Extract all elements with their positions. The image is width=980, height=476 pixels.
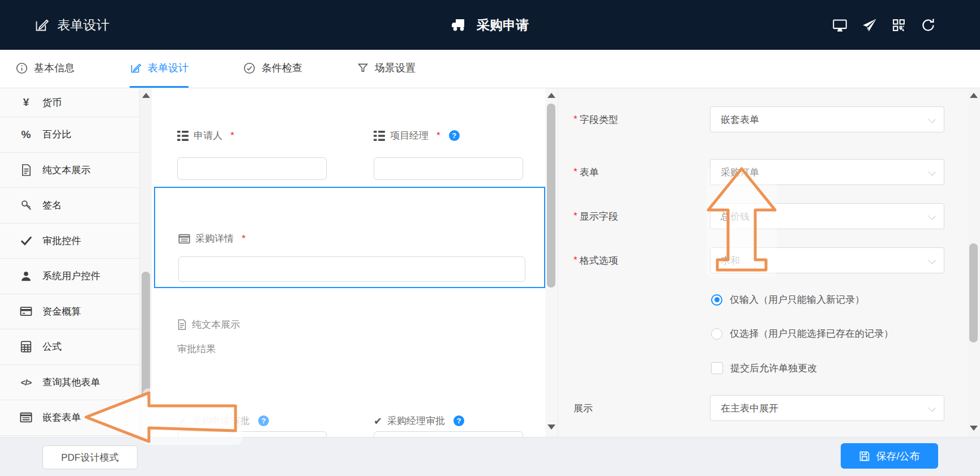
required-mark: * [574,211,577,222]
currency-icon: ¥ [19,96,33,109]
tab-label: 基本信息 [34,61,75,75]
field-purchase-request-approval-label[interactable]: ✔ 采购申请审批 ? [178,414,269,427]
chevron-down-icon [927,404,935,411]
palette-item-nested-form[interactable]: 嵌套表单 [0,400,139,436]
user-icon [19,271,33,282]
palette-label: 查询其他表单 [42,376,100,389]
calculator-icon [19,341,33,353]
footer-bar: PDF设计模式 保存/公布 [0,437,980,476]
form-select[interactable]: 采购订单 [710,159,944,185]
pdf-design-mode-button[interactable]: PDF设计模式 [42,445,138,469]
palette-label: 货币 [42,96,62,109]
checkbox-icon[interactable] [711,362,723,374]
palette-item-approval[interactable]: 审批控件 [0,224,139,259]
scrollbar-thumb[interactable] [969,243,978,342]
required-mark: * [574,166,577,178]
key-icon [19,199,33,211]
field-type-label: * 字段类型 [574,106,618,132]
tab-label: 表单设计 [148,61,189,75]
tab-form-design[interactable]: 表单设计 [130,50,189,88]
code-icon: </> [19,378,33,387]
display-field-label: * 显示字段 [574,203,618,229]
select-value: 求和 [721,254,740,267]
display-field-select[interactable]: 总价钱 [710,203,944,229]
project-manager-input[interactable] [374,157,523,180]
refresh-icon[interactable] [920,17,936,33]
palette-label: 审批控件 [42,234,81,247]
radio-input-only[interactable]: 仅输入（用户只能输入新记录） [711,293,865,306]
applicant-input[interactable] [177,157,327,180]
check-icon: ✔ [178,415,187,427]
palette-item-formula[interactable]: 公式 [0,329,139,365]
chevron-down-icon [927,256,935,264]
scroll-down-icon[interactable] [547,424,555,430]
field-plain-text-label[interactable]: 纯文本展示 [177,318,240,331]
tab-label: 场景设置 [375,61,416,75]
palette-label: 嵌套表单 [42,411,81,424]
palette-item-fund-estimate[interactable]: 资金概算 [0,294,139,330]
palette-item-system-user[interactable]: 系统用户控件 [0,259,139,294]
properties-panel: * 字段类型 嵌套表单 * 表单 采购订单 * 显示字段 总价钱 * 格式选项 [558,88,968,437]
palette-item-currency[interactable]: ¥ 货币 [0,88,139,117]
tab-scene-settings[interactable]: 场景设置 [357,50,416,88]
purchase-manager-approval-input[interactable] [374,431,523,437]
field-palette: ¥ 货币 % 百分比 纯文本展示 签名 [0,88,139,437]
canvas-scrollbar[interactable] [545,88,558,437]
save-label: 保存/公布 [876,449,919,463]
palette-label: 签名 [42,199,62,212]
scrollbar-thumb[interactable] [142,272,150,399]
list-icon [177,131,189,141]
radio-label: 仅选择（用户只能选择已存在的记录） [730,327,893,340]
help-icon[interactable]: ? [258,415,269,426]
list-icon [374,131,385,141]
scroll-up-icon[interactable] [142,93,150,98]
chevron-down-icon [927,212,935,220]
palette-item-signature[interactable]: 签名 [0,188,139,224]
format-option-select[interactable]: 求和 [710,247,944,273]
scroll-up-icon[interactable] [547,93,555,98]
scroll-up-icon[interactable] [970,93,978,98]
info-icon [16,62,28,74]
palette-item-percent[interactable]: % 百分比 [0,117,139,153]
required-mark: * [230,130,234,141]
panel-scrollbar[interactable] [968,88,980,437]
checkbox-allow-separate-change[interactable]: 提交后允许单独更改 [711,362,817,375]
required-mark: * [436,130,440,141]
nested-form-icon [178,234,190,244]
palette-item-query-other-form[interactable]: </> 查询其他表单 [0,365,139,401]
select-value: 采购订单 [721,166,759,179]
send-icon[interactable] [861,17,877,33]
scroll-down-icon[interactable] [970,426,978,431]
scrollbar-thumb[interactable] [547,104,555,288]
radio-label: 仅输入（用户只能输入新记录） [730,293,865,306]
palette-scrollbar[interactable] [139,88,152,437]
radio-select-only[interactable]: 仅选择（用户只能选择已存在的记录） [711,327,893,340]
display-mode-select[interactable]: 在主表中展开 [710,395,944,421]
tab-label: 条件检查 [262,61,302,75]
check-icon [19,235,33,246]
required-mark: * [242,233,246,245]
selected-field-purchase-detail[interactable]: 采购详情 * [154,187,545,288]
radio-selected-icon[interactable] [711,294,722,306]
field-type-select[interactable]: 嵌套表单 [710,106,944,132]
help-icon[interactable]: ? [449,130,460,141]
field-purchase-manager-approval-label[interactable]: ✔ 采购经理审批 ? [374,414,464,427]
purchase-request-approval-input[interactable] [177,431,327,437]
plain-text-value: 审批结果 [177,342,216,355]
document-icon [177,319,187,330]
chevron-down-icon [927,168,935,175]
form-name: 采购申请 [477,16,529,34]
tab-basic-info[interactable]: 基本信息 [16,50,75,88]
radio-unselected-icon[interactable] [711,328,722,340]
save-publish-button[interactable]: 保存/公布 [841,443,938,469]
purchase-detail-input[interactable] [178,256,525,282]
form-label: * 表单 [574,159,599,185]
card-icon [19,306,33,316]
header-actions [832,17,936,33]
required-mark: * [574,255,577,266]
qrcode-icon[interactable] [891,17,906,33]
help-icon[interactable]: ? [453,415,464,426]
monitor-icon[interactable] [832,17,848,33]
tab-condition-check[interactable]: 条件检查 [243,50,302,88]
palette-item-plain-text[interactable]: 纯文本展示 [0,153,139,188]
